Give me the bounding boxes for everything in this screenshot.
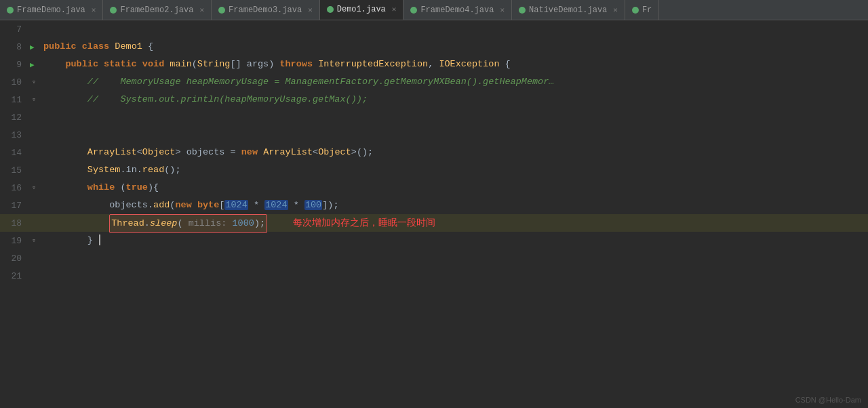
line-content: // System.out.println(heapMemoryUsage.ge…	[41, 91, 868, 108]
tab-bar: FrameDemo.java ✕ FrameDemo2.java ✕ Frame…	[0, 0, 868, 20]
line-number: 7	[0, 24, 27, 35]
tab-framedemo[interactable]: FrameDemo.java ✕	[0, 0, 103, 20]
tab-framedemo3[interactable]: FrameDemo3.java ✕	[212, 0, 320, 20]
line-content: System.in.read();	[41, 161, 868, 179]
tab-close-icon[interactable]: ✕	[308, 5, 313, 14]
line-19: 19 ▿ }	[0, 232, 868, 249]
tab-nativedemo1[interactable]: NativeDemo1.java ✕	[512, 0, 625, 20]
tab-label: Demo1.java	[337, 5, 386, 14]
fold-icon[interactable]: ▿	[32, 78, 36, 86]
tab-icon	[410, 7, 417, 14]
tab-icon	[519, 7, 526, 14]
tab-label: FrameDemo3.java	[229, 5, 302, 15]
line-20: 20	[0, 249, 868, 267]
line-number: 18	[0, 218, 27, 228]
line-number: 14	[0, 148, 27, 158]
line-content: objects.add(new byte[1024 * 1024 * 100])…	[41, 197, 868, 214]
line-gutter[interactable]: ▶	[27, 43, 41, 51]
tab-label: Fr	[642, 5, 652, 15]
line-number: 13	[0, 130, 27, 140]
tab-label: FrameDemo4.java	[420, 5, 494, 15]
fold-icon[interactable]: ▿	[32, 237, 36, 245]
fold-icon[interactable]: ▿	[32, 184, 36, 192]
line-number: 10	[0, 77, 27, 87]
tab-icon	[110, 7, 117, 14]
line-9: 9 ▶ public static void main(String[] arg…	[0, 56, 868, 73]
code-lines: 7 8 ▶ public class Demo1 { 9 ▶ public st…	[0, 20, 868, 285]
tab-close-icon[interactable]: ✕	[500, 5, 505, 14]
fold-icon[interactable]: ▿	[32, 96, 36, 104]
line-12: 12	[0, 108, 868, 126]
line-11: 11 ▿ // System.out.println(heapMemoryUsa…	[0, 91, 868, 108]
tab-close-icon[interactable]: ✕	[613, 5, 618, 14]
line-content: // MemoryUsage heapMemoryUsage = Managem…	[41, 73, 868, 91]
tab-label: FrameDemo2.java	[120, 5, 193, 15]
line-number: 9	[0, 60, 27, 70]
tab-close-icon[interactable]: ✕	[392, 5, 397, 14]
tab-label: NativeDemo1.java	[529, 5, 607, 15]
editor-area[interactable]: 7 8 ▶ public class Demo1 { 9 ▶ public st…	[0, 20, 868, 408]
line-18: 18 Thread.sleep( millis: 1000); 每次增加内存之后…	[0, 214, 868, 232]
line-gutter[interactable]: ▿	[27, 237, 41, 245]
line-gutter[interactable]: ▿	[27, 96, 41, 104]
highlight-box: Thread.sleep( millis: 1000);	[109, 214, 267, 233]
line-number: 8	[0, 42, 27, 52]
line-number: 15	[0, 165, 27, 176]
line-content: ArrayList<Object> objects = new ArrayLis…	[41, 144, 868, 161]
tab-framedemo4[interactable]: FrameDemo4.java ✕	[403, 0, 512, 20]
tab-framedemo2[interactable]: FrameDemo2.java ✕	[103, 0, 212, 20]
line-content: }	[41, 232, 868, 249]
tab-icon	[327, 6, 334, 13]
watermark: CSDN @Hello-Dam	[795, 396, 861, 404]
line-content: Thread.sleep( millis: 1000); 每次增加内存之后，睡眠…	[41, 213, 868, 233]
line-content: while (true){	[41, 179, 868, 197]
annotation-text: 每次增加内存之后，睡眠一段时间	[293, 217, 435, 228]
line-13: 13	[0, 126, 868, 144]
line-content: public static void main(String[] args) t…	[41, 56, 868, 73]
tab-label: FrameDemo.java	[17, 5, 85, 15]
run-icon[interactable]: ▶	[30, 43, 38, 51]
tab-icon	[632, 7, 639, 14]
line-7: 7	[0, 20, 868, 38]
tab-demo1[interactable]: Demo1.java ✕	[320, 0, 404, 20]
line-number: 11	[0, 95, 27, 105]
line-number: 17	[0, 201, 27, 211]
tab-fr-truncated[interactable]: Fr	[625, 0, 659, 20]
line-gutter[interactable]: ▶	[27, 60, 41, 68]
line-number: 21	[0, 271, 27, 281]
line-8: 8 ▶ public class Demo1 {	[0, 38, 868, 56]
line-16: 16 ▿ while (true){	[0, 179, 868, 197]
line-gutter[interactable]: ▿	[27, 78, 41, 86]
line-14: 14 ArrayList<Object> objects = new Array…	[0, 144, 868, 161]
line-content: public class Demo1 {	[41, 38, 868, 56]
line-gutter[interactable]: ▿	[27, 184, 41, 192]
text-cursor	[99, 234, 100, 245]
line-number: 20	[0, 253, 27, 264]
tab-close-icon[interactable]: ✕	[199, 5, 204, 14]
tab-close-icon[interactable]: ✕	[92, 5, 96, 14]
line-17: 17 objects.add(new byte[1024 * 1024 * 10…	[0, 197, 868, 214]
line-21: 21	[0, 267, 868, 285]
run-icon[interactable]: ▶	[30, 60, 38, 68]
line-10: 10 ▿ // MemoryUsage heapMemoryUsage = Ma…	[0, 73, 868, 91]
line-number: 19	[0, 236, 27, 246]
tab-icon	[218, 7, 225, 14]
tab-icon	[7, 7, 14, 14]
line-number: 16	[0, 183, 27, 193]
line-15: 15 System.in.read();	[0, 161, 868, 179]
line-number: 12	[0, 113, 27, 123]
